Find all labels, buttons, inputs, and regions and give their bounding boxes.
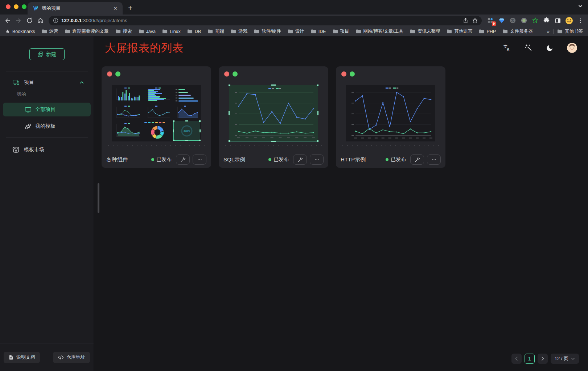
bookmark-folder[interactable]: 近期需要读的文章 bbox=[65, 28, 109, 34]
bookmark-star-icon[interactable] bbox=[470, 16, 480, 25]
share-icon[interactable] bbox=[461, 16, 470, 25]
chevron-up-icon[interactable] bbox=[79, 80, 84, 85]
monitor-icon bbox=[25, 106, 32, 113]
bookmark-folder-label: Linux bbox=[170, 29, 181, 34]
new-tab-button[interactable]: + bbox=[125, 3, 136, 13]
status-label: 已发布 bbox=[274, 156, 289, 163]
repo-button[interactable]: 仓库地址 bbox=[53, 352, 90, 363]
sidebar-section-project[interactable]: 项目 bbox=[0, 74, 94, 90]
bookmark-folder[interactable]: 资讯未整理 bbox=[410, 28, 440, 34]
bookmark-folder[interactable]: 网站/博客/文章/工具 bbox=[356, 28, 403, 34]
other-bookmarks-folder[interactable]: 其他书签 bbox=[557, 28, 583, 34]
bookmark-folder-label: Java bbox=[146, 29, 156, 34]
status-label: 已发布 bbox=[391, 156, 406, 163]
sidebar-item-my-templates[interactable]: 我的模板 bbox=[3, 119, 91, 133]
bookmark-folder[interactable]: 前端 bbox=[207, 28, 224, 34]
bookmark-folder[interactable]: Java bbox=[139, 29, 156, 34]
more-button[interactable] bbox=[427, 154, 441, 165]
bookmark-folder-label: 运营 bbox=[49, 28, 58, 34]
sidebar-divider bbox=[6, 137, 88, 138]
close-window-button[interactable] bbox=[6, 4, 11, 9]
profile-avatar-icon[interactable] bbox=[564, 16, 574, 25]
current-page-button[interactable]: 1 bbox=[525, 354, 535, 364]
prev-page-button[interactable] bbox=[511, 354, 522, 364]
gem-extension-icon[interactable] bbox=[497, 16, 506, 25]
more-button[interactable] bbox=[193, 154, 206, 165]
address-bar[interactable]: 127.0.0.1:3000/#/project/items bbox=[49, 16, 482, 25]
item-template-market-label: 模板市场 bbox=[24, 147, 44, 153]
bookmark-folder[interactable]: Linux bbox=[162, 29, 181, 34]
bookmark-folder[interactable]: 游戏 bbox=[231, 28, 247, 34]
bookmark-folder[interactable]: IDE bbox=[311, 29, 326, 34]
bookmarks-right-group: » 其他书签 bbox=[547, 28, 583, 34]
project-thumbnail[interactable] bbox=[229, 85, 318, 141]
zoom-window-button[interactable] bbox=[22, 4, 26, 9]
bookmark-folder[interactable]: PHP bbox=[479, 29, 496, 34]
bookmark-folder-label: IDE bbox=[318, 29, 326, 34]
site-info-icon[interactable] bbox=[53, 18, 58, 23]
pagination: 1 12 / 页 bbox=[511, 354, 579, 364]
forward-icon[interactable] bbox=[13, 15, 24, 26]
project-title: 各种组件 bbox=[106, 156, 148, 163]
minimize-window-button[interactable] bbox=[14, 4, 18, 9]
hammer-icon bbox=[297, 157, 303, 162]
docs-button[interactable]: 说明文档 bbox=[4, 352, 40, 363]
tab-title: 我的项目 bbox=[42, 5, 108, 12]
magic-wand-icon[interactable] bbox=[525, 44, 533, 52]
command-extension-icon[interactable]: ⌘ bbox=[508, 16, 518, 25]
svg-text:A: A bbox=[507, 48, 510, 51]
bookmark-folder[interactable]: 项目 bbox=[333, 28, 349, 34]
sidebar-item-template-market[interactable]: 模板市场 bbox=[3, 142, 91, 157]
card-footer: HTTP示例 已发布 bbox=[336, 151, 445, 168]
language-icon[interactable]: 文A bbox=[503, 44, 511, 52]
folder-icon bbox=[139, 29, 144, 34]
home-icon[interactable] bbox=[35, 15, 46, 26]
dark-mode-moon-icon[interactable] bbox=[546, 44, 554, 52]
next-page-button[interactable] bbox=[538, 354, 548, 364]
sidebar-group-mine: 我的 bbox=[0, 90, 94, 100]
browser-toolbar: 127.0.0.1:3000/#/project/items 9 ⌘ bbox=[0, 15, 588, 26]
docs-button-label: 说明文档 bbox=[16, 354, 35, 360]
project-card[interactable]: HTTP示例 已发布 bbox=[336, 66, 445, 168]
back-icon[interactable] bbox=[2, 15, 13, 26]
bookmark-folder[interactable]: 其他语言 bbox=[447, 28, 472, 34]
project-thumbnail[interactable]: 25.00% bbox=[112, 85, 201, 141]
green-star-extension-icon[interactable] bbox=[530, 16, 540, 25]
edit-button[interactable] bbox=[410, 154, 424, 165]
new-project-button[interactable]: 新建 bbox=[29, 48, 65, 60]
reload-icon[interactable] bbox=[24, 15, 35, 26]
bookmarks-overflow-chevron[interactable]: » bbox=[547, 29, 550, 34]
bookmark-folder[interactable]: 运营 bbox=[42, 28, 58, 34]
scrollbar-thumb[interactable] bbox=[98, 183, 99, 213]
bookmark-folder[interactable]: 软件/硬件 bbox=[254, 28, 281, 34]
side-panel-icon[interactable] bbox=[553, 16, 563, 25]
menu-kebab-icon[interactable] bbox=[575, 16, 585, 25]
edit-button[interactable] bbox=[176, 154, 190, 165]
folder-icon bbox=[207, 29, 213, 34]
status-badge: 已发布 bbox=[386, 156, 406, 163]
puzzle-extensions-icon[interactable] bbox=[542, 16, 551, 25]
page-size-select[interactable]: 12 / 页 bbox=[551, 354, 579, 364]
record-dot-extension-icon[interactable] bbox=[519, 16, 529, 25]
tab-search-chevron-icon[interactable] bbox=[578, 4, 583, 9]
bookmark-folder-label: 软件/硬件 bbox=[262, 28, 281, 34]
project-card[interactable]: SQL示例 已发布 bbox=[219, 66, 328, 168]
folder-icon bbox=[288, 29, 293, 34]
bookmarks-manager-item[interactable]: Bookmarks bbox=[5, 29, 35, 34]
edit-button[interactable] bbox=[293, 154, 307, 165]
bookmark-folder[interactable]: 搜索 bbox=[115, 28, 132, 34]
more-button[interactable] bbox=[310, 154, 324, 165]
project-thumbnail[interactable] bbox=[346, 85, 435, 141]
browser-tab[interactable]: 我的项目 ✕ bbox=[28, 2, 123, 15]
project-card[interactable]: 25.00% 各种组件 已发布 bbox=[102, 66, 211, 168]
page-size-label: 12 / 页 bbox=[555, 355, 568, 362]
code-icon bbox=[58, 355, 64, 360]
user-avatar[interactable] bbox=[567, 43, 577, 53]
bookmark-folder[interactable]: 文件服务器 bbox=[502, 28, 533, 34]
bookmark-folder[interactable]: 设计 bbox=[288, 28, 304, 34]
sidebar-item-all-projects[interactable]: 全部项目 bbox=[3, 103, 91, 116]
status-dot bbox=[386, 158, 388, 161]
tab-close-icon[interactable]: ✕ bbox=[112, 5, 119, 12]
bookmark-folder[interactable]: DB bbox=[187, 29, 201, 34]
grid-diamond-extension-icon[interactable]: 9 bbox=[485, 16, 495, 25]
